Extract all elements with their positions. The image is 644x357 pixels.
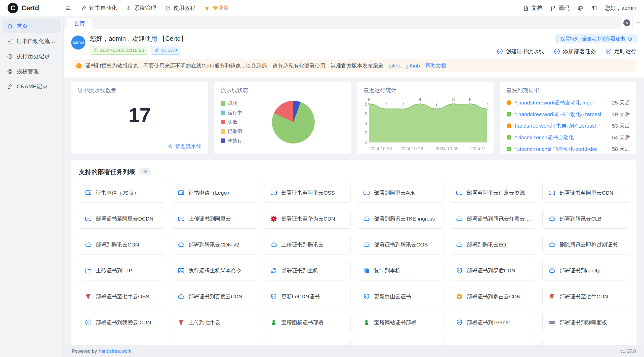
task-item-label: 执行远程主机脚本命令 [189,267,242,274]
expiring-cert-row: *.handsfree.work证书自动化-lego25 天后 [506,98,630,107]
link-icon [154,48,159,53]
task-item[interactable]: 更新白山云证书 [357,287,444,306]
task-item[interactable]: 部署到腾讯云CLB [542,209,629,229]
task-item[interactable]: 上传证书到腾讯云 [264,235,351,255]
step-separator: – [599,49,602,54]
nav-item-pro-edition[interactable]: 专业版 [200,0,233,16]
svg-text:4: 4 [365,121,367,126]
task-item[interactable]: 上传到七牛云 [172,313,258,332]
shield-icon [270,293,277,300]
task-item-label: 部署证书至阿里云CDN [559,189,613,196]
avatar[interactable]: admin [71,35,85,50]
svg-text:7: 7 [385,102,387,107]
sidebar-item-auth[interactable]: 授权管理 [3,64,61,79]
sidebar-item-history[interactable]: 执行历史记录 [3,49,61,63]
header-action-layout[interactable] [591,5,597,11]
nav-item-tutorial[interactable]: 使用教程 [160,0,200,16]
cert-link[interactable]: *.handsfree.work证书自动化--zerossl [515,111,601,118]
tabs-more-button[interactable] [632,16,644,29]
footer: Powered by handsfree.work v1.27.0 [64,345,644,357]
user-menu[interactable]: 您好，admin [605,4,636,12]
cert-link[interactable]: handsfree.work证书自动化-zerossl [515,122,596,129]
footer-version: v1.27.0 [620,348,636,354]
task-item[interactable]: SYNOLOGY部署证书到群晖面板 [542,313,629,332]
notice-link[interactable]: gitee [389,63,400,68]
menu-fold-icon[interactable] [65,5,71,11]
task-item[interactable]: 部署证书至七牛云OSS [79,287,165,306]
auth-icon [7,68,13,75]
tencent-cloud-icon [270,241,277,248]
task-item[interactable]: 部署证书到腾讯云COS [357,235,444,255]
task-item[interactable]: 部署证书到多吉云CDN [450,287,536,306]
task-item[interactable]: 部署证书至华为云CDN [264,209,351,229]
promo-button[interactable]: 仅需3步，全自动申请部署证书 [556,34,636,43]
task-item[interactable]: 部署到腾讯云EO [450,235,536,255]
task-item[interactable]: 部署证书到腾讯云任意云资源 [450,209,536,229]
check-circle-icon [497,48,503,55]
header-nav: 证书自动化系统管理使用教程专业版 [76,0,233,16]
task-item[interactable]: 部署证书到我爱云 CDN [79,313,165,332]
task-item[interactable]: 证书申请（JS版） [79,183,165,203]
sidebar-item-pipelines[interactable]: 证书自动化流水线 [3,34,61,48]
task-item[interactable]: 复制到本机 [357,261,444,280]
task-item[interactable]: 部署证书到百度云CDN [172,287,258,306]
task-item[interactable]: 部署到腾讯云CDN [79,235,165,255]
page-content: admin 您好，admin，欢迎使用 【Certd】 2024-11-02 2… [64,29,644,357]
header-action-label: 源码 [558,4,570,12]
footer-link[interactable]: handsfree.work [99,348,131,354]
tabs-close-button[interactable]: × [621,16,632,29]
legend-swatch [221,111,225,115]
header-action-source-code[interactable]: 源码 [550,4,570,12]
task-item[interactable]: 更新LeCDN证书 [264,287,351,306]
terminal-icon [177,267,185,274]
task-item[interactable]: 部署至阿里云任意云资源 [450,183,536,203]
task-item[interactable]: 部署到腾讯云TKE-ingress [357,209,444,229]
notice-link[interactable]: github [406,63,420,68]
task-item[interactable]: 上传证书到阿里云 [172,209,258,229]
cert-link[interactable]: *.docmirror.cn证书自动化-certd-doc [515,146,597,153]
pipeline-status-card: 流水线状态 成功运行中失败已取消未执行 [214,82,351,154]
task-item[interactable]: 执行远程主机脚本命令 [172,261,258,280]
svg-text:2024-10-30: 2024-10-30 [436,146,458,151]
qiniu-icon [177,319,185,326]
deploy-tasks-title: 支持的部署任务列表 [79,168,135,176]
task-item[interactable]: 部署证书到易盾CDN [450,261,536,280]
link-icon [7,84,13,90]
task-item[interactable]: 部署证书到主机 [264,261,351,280]
task-item[interactable]: 上传证书到FTP [79,261,165,280]
header-action-language[interactable] [577,5,583,11]
task-item[interactable]: 部署到腾讯云CDN-v2 [172,235,258,255]
task-item[interactable]: 部署证书到1Panel [450,313,536,332]
manage-pipelines-link[interactable]: 管理流水线 [168,143,202,150]
task-item[interactable]: 部署证书至七牛CDN [542,287,629,306]
task-item[interactable]: 证书申请（Lego） [172,183,258,203]
sidebar-item-cname[interactable]: CNAME记录管理 [3,79,61,94]
task-item[interactable]: 部署到阿里云Ack [357,183,444,203]
nav-item-cert-automation[interactable]: 证书自动化 [76,0,121,16]
brand[interactable]: C Certd [8,3,64,13]
deploy-tasks-count-badge: 44 [139,168,151,175]
task-item-label: 证书申请（Lego） [189,189,232,196]
cert-link[interactable]: *.handsfree.work证书自动化-lego [515,99,592,106]
cert-link[interactable]: *.docmirror.cn证书自动化 [515,134,574,141]
task-item[interactable]: 宝塔网站证书部署 [357,313,444,332]
notice-link[interactable]: 帮助文档 [425,63,446,68]
task-item-label: 上传证书到FTP [96,267,132,274]
task-item[interactable]: 部署证书至阿里云CDN [542,183,629,203]
notice-link-separator: 、 [420,63,425,68]
task-item[interactable]: 部署证书至阿里云DCDN [79,209,165,229]
task-item[interactable]: 部署证书到cdnfly [542,261,629,280]
tab-home[interactable]: 首页 [67,18,92,29]
nav-item-system-manage[interactable]: 系统管理 [121,0,160,16]
sidebar-item-home[interactable]: 首页 [3,19,61,33]
expiring-cert-row: *.docmirror.cn证书自动化-certd-doc58 天后 [506,144,630,154]
task-item[interactable]: 删除腾讯云即将过期证书 [542,235,629,255]
sidebar-item-label: 证书自动化流水线 [17,38,57,45]
nav-item-label: 使用教程 [173,4,195,12]
task-item[interactable]: 部署证书至阿里云OSS [264,183,351,203]
sidebar-item-label: 首页 [17,22,28,30]
task-item[interactable]: 宝塔面板证书部署 [264,313,351,332]
header-action-docs[interactable]: 文档 [523,4,542,12]
shield-icon [363,293,370,300]
dashboard-section: 证书流水线数量 17 管理流水线 流水线状态 成功运行中失败已取消未执行 [64,78,644,357]
